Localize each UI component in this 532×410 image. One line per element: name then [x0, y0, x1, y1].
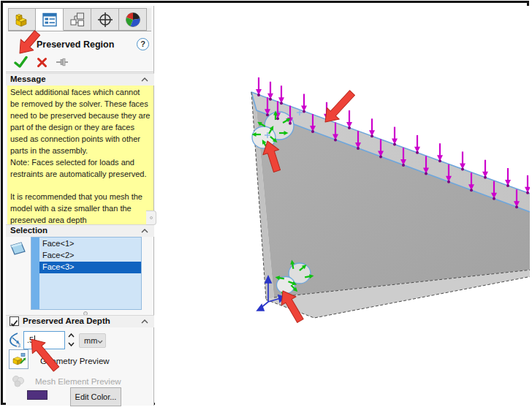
list-item[interactable]: Face<1>	[39, 238, 141, 250]
list-item-selected[interactable]: Face<3>	[39, 262, 141, 273]
geometry-preview-button[interactable]	[9, 349, 28, 369]
face-icon	[10, 241, 26, 259]
mesh-preview-icon	[11, 373, 26, 391]
svg-text:3: 3	[18, 343, 20, 348]
units-dropdown[interactable]: mm	[79, 333, 106, 348]
chevron-up-icon[interactable]	[141, 319, 148, 324]
section-header-message[interactable]: Message	[6, 73, 154, 86]
chevron-down-icon	[97, 340, 103, 343]
divider	[6, 72, 154, 72]
preserved-color-swatch	[27, 390, 48, 400]
section-header-preserved-area-depth[interactable]: Preserved Area Depth	[6, 315, 154, 327]
selected-faces-listbox[interactable]: Face<1> Face<2> Face<3>	[31, 237, 142, 310]
propertymanager-icon	[41, 11, 58, 29]
ok-button[interactable]	[13, 54, 29, 70]
spinner-down-button[interactable]	[66, 340, 76, 349]
tab-displaymanager[interactable]	[119, 8, 147, 31]
tab-featuremanager[interactable]	[8, 8, 36, 31]
panel-splitter-handle[interactable]	[146, 210, 156, 225]
mesh-element-preview-label: Mesh Element Preview	[35, 377, 121, 386]
tab-dimxpertmanager[interactable]	[91, 8, 119, 31]
depth-value-input[interactable]: .5	[23, 331, 65, 349]
title-row: Preserved Region ?	[10, 38, 151, 53]
chevron-up-icon[interactable]	[141, 229, 148, 233]
manager-tab-bar	[8, 8, 151, 31]
x-icon	[37, 57, 48, 68]
tab-configurationmanager[interactable]	[64, 8, 91, 31]
preserved-area-depth-checkbox[interactable]	[10, 316, 19, 326]
page-title: Preserved Region	[37, 39, 114, 50]
section-header-selection[interactable]: Selection	[6, 224, 154, 237]
edit-color-button[interactable]: Edit Color...	[70, 387, 121, 406]
configurations-icon	[69, 11, 86, 29]
pin-icon	[56, 56, 69, 68]
check-icon	[10, 319, 18, 327]
geometry-preview-icon	[11, 352, 27, 368]
check-icon	[14, 56, 28, 69]
list-item[interactable]: Face<2>	[39, 250, 141, 262]
chevron-down-icon	[68, 342, 75, 346]
section-label: Selection	[10, 226, 48, 235]
property-manager-panel: Preserved Region ?	[6, 6, 154, 406]
screenshot-frame: Preserved Region ?	[1, 1, 529, 405]
displaymanager-icon	[124, 11, 142, 29]
part-icon	[13, 11, 31, 29]
tab-propertymanager[interactable]	[36, 8, 64, 31]
pin-button[interactable]	[54, 54, 70, 70]
cancel-button[interactable]	[34, 54, 50, 70]
chevron-up-icon	[68, 333, 75, 338]
dimxpert-icon	[96, 11, 114, 29]
active-selection-bar	[31, 238, 39, 309]
pm-toolbar	[12, 54, 151, 72]
graphics-area[interactable]	[155, 6, 530, 406]
section-label: Preserved Area Depth	[23, 316, 110, 325]
spinner-up-button[interactable]	[66, 331, 76, 340]
text-cursor	[34, 335, 35, 344]
help-button[interactable]: ?	[137, 38, 149, 50]
depth-icon: 3	[8, 332, 23, 351]
geometry-preview-label: Geometry Preview	[40, 357, 110, 365]
chevron-up-icon[interactable]	[141, 77, 148, 82]
section-label: Message	[10, 75, 46, 83]
depth-spinner	[66, 331, 76, 349]
message-text: Select additional faces which cannot be …	[7, 86, 153, 224]
